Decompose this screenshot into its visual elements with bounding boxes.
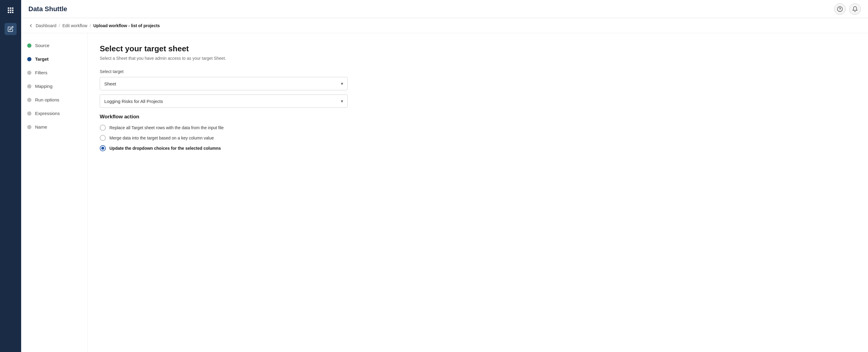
nav-dot-name — [27, 125, 31, 129]
nav-label-filters: Filters — [35, 70, 48, 75]
help-button[interactable] — [834, 3, 846, 15]
breadcrumb: Dashboard / Edit workflow / Upload workf… — [21, 18, 868, 33]
select-sheet-dropdown[interactable]: Logging Risks for All ProjectsProject Tr… — [100, 95, 347, 108]
radio-circle-replace — [100, 125, 106, 131]
radio-option-replace[interactable]: Replace all Target sheet rows with the d… — [100, 125, 856, 131]
radio-label-merge: Merge data into the target based on a ke… — [110, 136, 214, 140]
nav-dot-source — [27, 43, 31, 48]
nav-item-name[interactable]: Name — [27, 125, 81, 130]
breadcrumb-edit-workflow-link[interactable]: Edit workflow — [62, 23, 87, 28]
nav-label-target: Target — [35, 57, 49, 62]
breadcrumb-back-arrow[interactable] — [28, 23, 33, 28]
content-layout: SourceTargetFiltersMappingRun optionsExp… — [21, 33, 868, 352]
breadcrumb-current-page: Upload workflow - list of projects — [93, 23, 160, 28]
app-sidebar — [0, 0, 21, 352]
radio-label-update-dropdown: Update the dropdown choices for the sele… — [110, 146, 221, 151]
page-subtitle: Select a Sheet that you have admin acces… — [100, 56, 856, 61]
breadcrumb-sep-1: / — [59, 23, 60, 28]
nav-item-filters[interactable]: Filters — [27, 70, 81, 75]
main-content: Select your target sheet Select a Sheet … — [88, 33, 868, 352]
page-title: Select your target sheet — [100, 44, 856, 54]
radio-options-container: Replace all Target sheet rows with the d… — [100, 125, 856, 151]
header-actions — [834, 3, 861, 15]
select-type-dropdown[interactable]: SheetReportDashboard — [100, 77, 347, 90]
notifications-button[interactable] — [849, 3, 861, 15]
nav-dot-target — [27, 57, 31, 61]
main-wrapper: Data Shuttle Dashboard — [21, 0, 868, 352]
radio-label-replace: Replace all Target sheet rows with the d… — [110, 125, 224, 130]
app-logo — [5, 5, 16, 16]
radio-circle-update-dropdown — [100, 145, 106, 151]
workflow-action-title: Workflow action — [100, 114, 856, 120]
radio-option-update-dropdown[interactable]: Update the dropdown choices for the sele… — [100, 145, 856, 151]
breadcrumb-dashboard-link[interactable]: Dashboard — [36, 23, 57, 28]
nav-dot-mapping — [27, 84, 31, 89]
app-title: Data Shuttle — [28, 5, 67, 13]
select-sheet-wrapper: Logging Risks for All ProjectsProject Tr… — [100, 95, 347, 108]
nav-item-mapping[interactable]: Mapping — [27, 83, 81, 89]
nav-item-target[interactable]: Target — [27, 57, 81, 62]
nav-item-expressions[interactable]: Expressions — [27, 111, 81, 116]
nav-dot-expressions — [27, 111, 31, 116]
edit-sidebar-button[interactable] — [4, 23, 17, 35]
nav-label-source: Source — [35, 43, 50, 48]
nav-dot-filters — [27, 71, 31, 75]
radio-circle-merge — [100, 135, 106, 141]
nav-label-name: Name — [35, 125, 47, 130]
select-target-label: Select target — [100, 69, 856, 74]
breadcrumb-sep-2: / — [90, 23, 91, 28]
workflow-action-section: Workflow action Replace all Target sheet… — [100, 114, 856, 151]
nav-label-mapping: Mapping — [35, 83, 53, 89]
radio-option-merge[interactable]: Merge data into the target based on a ke… — [100, 135, 856, 141]
nav-dot-run-options — [27, 98, 31, 102]
top-header: Data Shuttle — [21, 0, 868, 18]
nav-label-run-options: Run options — [35, 97, 59, 102]
nav-item-run-options[interactable]: Run options — [27, 97, 81, 102]
left-nav: SourceTargetFiltersMappingRun optionsExp… — [21, 33, 88, 352]
nav-label-expressions: Expressions — [35, 111, 60, 116]
nav-item-source[interactable]: Source — [27, 43, 81, 48]
select-type-wrapper: SheetReportDashboard ▼ — [100, 77, 347, 90]
